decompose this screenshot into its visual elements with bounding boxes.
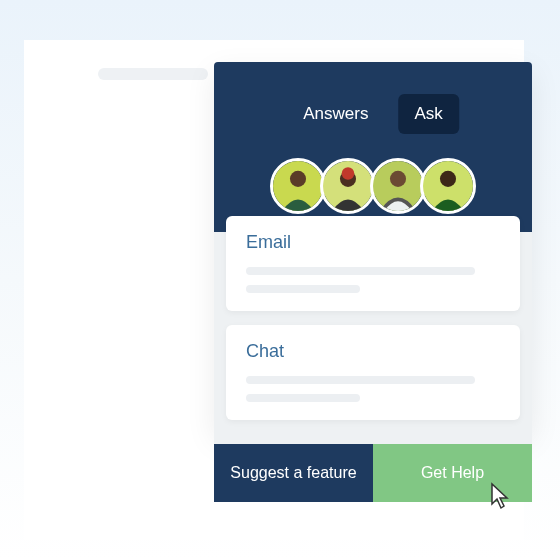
help-widget: Answers Ask Email Chat	[214, 62, 532, 432]
option-email[interactable]: Email	[226, 216, 520, 311]
get-help-button[interactable]: Get Help	[373, 444, 532, 502]
background-placeholder	[98, 68, 208, 80]
option-chat-title: Chat	[246, 341, 500, 362]
text-placeholder	[246, 394, 360, 402]
avatar	[320, 158, 376, 214]
tab-ask[interactable]: Ask	[398, 94, 458, 134]
widget-body: Email Chat	[214, 232, 532, 444]
svg-point-8	[440, 171, 456, 187]
avatar-row	[270, 158, 476, 214]
footer-buttons: Suggest a feature Get Help	[214, 444, 532, 502]
text-placeholder	[246, 285, 360, 293]
option-chat[interactable]: Chat	[226, 325, 520, 420]
svg-point-4	[342, 167, 355, 180]
widget-header: Answers Ask	[214, 62, 532, 232]
suggest-feature-button[interactable]: Suggest a feature	[214, 444, 373, 502]
tab-answers[interactable]: Answers	[287, 94, 384, 134]
svg-point-1	[290, 171, 306, 187]
text-placeholder	[246, 376, 475, 384]
svg-point-6	[390, 171, 406, 187]
avatar	[270, 158, 326, 214]
avatar	[420, 158, 476, 214]
widget-tabs: Answers Ask	[287, 94, 459, 134]
option-email-title: Email	[246, 232, 500, 253]
avatar	[370, 158, 426, 214]
text-placeholder	[246, 267, 475, 275]
